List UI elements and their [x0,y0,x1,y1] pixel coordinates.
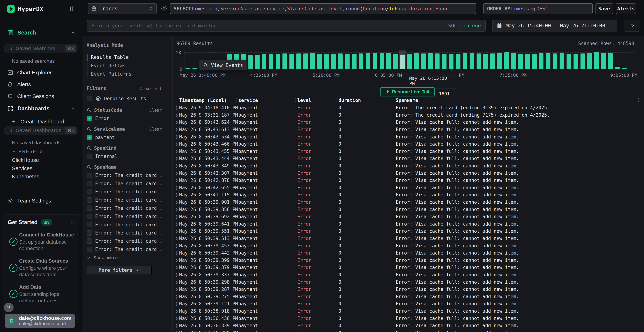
filter-option[interactable]: Error: The credit card … [86,172,162,178]
table-row[interactable]: ❯May 26 8:50:39.453 PMpaymentError0Error… [173,242,644,249]
histogram-bar[interactable] [345,54,350,69]
row-expand-icon[interactable]: ❯ [175,265,178,270]
row-expand-icon[interactable]: ❯ [175,120,178,125]
column-header-timestamp[interactable]: Timestamp (Local) [179,98,227,103]
table-row[interactable]: ❯May 26 8:50:39.337 PMpaymentError0Error… [173,271,644,278]
table-row[interactable]: ❯May 26 8:50:36.329 PMpaymentError0Error… [173,329,644,332]
search-input[interactable]: Search your events w/ Lucene ex. column:… [87,20,486,32]
row-expand-icon[interactable]: ❯ [175,178,178,183]
row-expand-icon[interactable]: ❯ [175,149,178,154]
table-row[interactable]: ❯May 26 8:50:39.692 PMpaymentError0Error… [173,213,644,220]
more-filters-button[interactable]: More filters [86,266,152,274]
filter-option[interactable]: Error: The credit card … [86,222,162,227]
save-button[interactable]: Save [595,3,613,14]
chevron-up-icon[interactable] [70,220,74,225]
analysis-mode-event-patterns[interactable]: Event Patterns [86,70,162,78]
get-started-step[interactable]: ✓ Add Data Start sending logs, metrics, … [8,284,74,304]
get-started-step[interactable]: ✓ Create Data Sources Configure where yo… [8,258,74,278]
row-expand-icon[interactable]: ❯ [175,112,178,118]
column-header-service[interactable]: service [238,98,258,103]
histogram-bar[interactable] [421,54,426,69]
histogram-bar[interactable] [560,53,564,69]
histogram-bar[interactable] [574,54,578,69]
histogram-bar[interactable] [192,68,197,69]
filter-option[interactable]: Error: The credit card … [86,214,162,219]
table-row[interactable]: ❯May 26 8:50:39.856 PMpaymentError0Error… [173,206,644,213]
table-row[interactable]: ❯May 26 8:50:39.121 PMpaymentError0Error… [173,300,644,308]
filter-option[interactable]: Error: The credit card … [86,189,162,194]
preset-kubernetes[interactable]: Kubernetes [12,174,39,180]
row-expand-icon[interactable]: ❯ [175,221,178,227]
sidebar-item-dashboards[interactable]: Dashboards [0,103,82,114]
checkbox[interactable] [86,222,92,227]
row-expand-icon[interactable]: ❯ [175,170,178,176]
query-language-toggle[interactable]: SQL|Lucene [448,23,481,28]
resume-live-tail-button[interactable]: Resume Live Tail [380,88,434,96]
analysis-mode-results-table[interactable]: Results Table [86,53,162,61]
filter-option[interactable]: Error: The credit card … [86,238,162,244]
sidebar-item-alerts[interactable]: Alerts [7,80,78,88]
checkbox[interactable] [86,172,92,178]
histogram-bar[interactable] [331,54,336,69]
row-expand-icon[interactable]: ❯ [175,214,178,219]
row-expand-icon[interactable]: ❯ [175,200,178,205]
histogram-bar[interactable] [462,53,467,69]
histogram-bar[interactable] [373,53,377,69]
table-row[interactable]: ❯May 26 8:50:39.442 PMpaymentError0Error… [173,249,644,257]
alerts-button[interactable]: Alerts [616,3,636,14]
user-menu[interactable]: D dale@clickhouse.com dale@clickhouse.co… [5,314,75,328]
sidebar-item-chart-explorer[interactable]: Chart Explorer [7,69,78,76]
checkbox[interactable] [86,189,92,194]
histogram-bar[interactable] [248,55,252,69]
row-expand-icon[interactable]: ❯ [175,301,178,306]
table-row[interactable]: ❯May 26 8:50:36.436 PMpaymentError0Error… [173,315,644,322]
histogram-bar[interactable] [546,53,550,69]
saved-dashboards-input[interactable]: Saved Dashboards ⌘K [4,126,78,135]
histogram-bar[interactable] [324,54,329,69]
histogram-bar[interactable] [490,54,495,69]
histogram-bar[interactable] [352,54,356,69]
histogram-bar[interactable] [449,54,454,69]
histogram-bar[interactable] [608,53,613,69]
get-started-step[interactable]: ✓ Connect to ClickHouse Set up your data… [8,232,74,252]
histogram-bar[interactable] [407,54,412,69]
table-row[interactable]: ❯May 26 8:50:43.534 PMpaymentError0Error… [173,133,644,140]
histogram-bar[interactable] [269,54,273,69]
table-row[interactable]: ❯May 26 8:50:39.513 PMpaymentError0Error… [173,235,644,242]
table-row[interactable]: ❯May 26 8:50:36.339 PMpaymentError0Error… [173,322,644,329]
filter-option[interactable]: Internal [86,154,162,159]
row-expand-icon[interactable]: ❯ [175,127,178,132]
sql-select-input[interactable]: SELECT Timestamp, ServiceName as service… [170,3,476,14]
row-expand-icon[interactable]: ❯ [175,316,178,321]
table-row[interactable]: ❯May 26 8:50:39.641 PMpaymentError0Error… [173,220,644,228]
row-expand-icon[interactable]: ❯ [175,105,178,110]
filter-option[interactable]: Error: The credit card … [86,247,162,252]
histogram-bar[interactable] [615,67,620,69]
sidebar-item-team-settings[interactable]: Team Settings [7,197,78,205]
histogram-bar[interactable] [504,52,509,69]
row-expand-icon[interactable]: ❯ [175,243,178,248]
histogram-bar[interactable] [476,54,481,69]
histogram-bar[interactable] [290,54,294,69]
checkbox[interactable]: ✓ [86,116,92,121]
source-selector[interactable]: Traces [88,3,157,14]
analysis-mode-event-deltas[interactable]: Event Deltas [86,61,162,70]
saved-searches-input[interactable]: Saved Searches ⌘K [4,44,78,53]
histogram-bar[interactable] [414,53,419,69]
table-row[interactable]: ❯May 26 9:04:18.410 PMpaymentError0Error… [173,104,644,112]
row-expand-icon[interactable]: ❯ [175,185,178,190]
table-row[interactable]: ❯May 26 8:50:39.287 PMpaymentError0Error… [173,286,644,293]
checkbox[interactable] [86,154,92,159]
sidebar-item-search[interactable]: Search [0,27,82,38]
row-expand-icon[interactable]: ❯ [175,323,178,328]
table-row[interactable]: ❯May 26 9:03:31.187 PMpaymentError0Error… [173,112,644,119]
clear-all-filters-button[interactable]: Clear all [139,86,162,91]
row-expand-icon[interactable]: ❯ [175,330,178,332]
denoise-results-toggle[interactable]: Denoise Results [86,96,162,102]
table-row[interactable]: ❯May 26 8:50:38.918 PMpaymentError0Error… [173,308,644,315]
filter-option[interactable]: Error: The credit card … [86,206,162,211]
table-row[interactable]: ❯May 26 8:50:43.307 PMpaymentError0Error… [173,170,644,177]
preset-services[interactable]: Services [12,165,32,171]
table-row[interactable]: ❯May 26 8:50:39.399 PMpaymentError0Error… [173,256,644,264]
filter-option[interactable]: Error: The credit card … [86,230,162,236]
